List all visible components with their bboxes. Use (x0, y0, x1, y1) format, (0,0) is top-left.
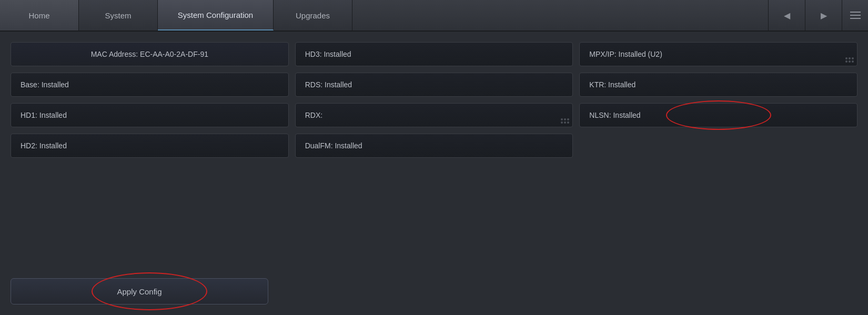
nlsn-box: NLSN: Installed (579, 103, 857, 127)
mac-address-label: MAC Address: EC-AA-A0-2A-DF-91 (91, 50, 208, 58)
nlsn-highlight-circle (666, 100, 771, 130)
column-2: HD3: Installed RDS: Installed RDX: DualF… (295, 42, 573, 304)
tab-system-label: System (105, 11, 131, 20)
rds-label: RDS: Installed (305, 80, 352, 89)
hd3-label: HD3: Installed (305, 50, 351, 58)
next-arrow-icon: ▶ (821, 11, 827, 21)
apply-config-label: Apply Config (117, 287, 162, 296)
apply-config-wrapper: Apply Config (11, 278, 289, 304)
mac-address-box: MAC Address: EC-AA-A0-2A-DF-91 (11, 42, 289, 66)
tab-upgrades-label: Upgrades (296, 11, 330, 20)
tab-system[interactable]: System (79, 0, 158, 31)
tab-upgrades[interactable]: Upgrades (274, 0, 352, 31)
dualfm-label: DualFM: Installed (305, 141, 362, 150)
rdx-box: RDX: (295, 103, 573, 127)
menu-button[interactable] (842, 0, 868, 31)
hd3-box: HD3: Installed (295, 42, 573, 66)
ktr-label: KTR: Installed (589, 80, 635, 89)
dualfm-box: DualFM: Installed (295, 134, 573, 158)
tab-home-label: Home (28, 11, 49, 20)
rdx-label: RDX: (305, 111, 322, 119)
base-box: Base: Installed (11, 73, 289, 97)
mpxip-box: MPX/IP: Installed (U2) (579, 42, 857, 66)
main-content: MAC Address: EC-AA-A0-2A-DF-91 Base: Ins… (0, 32, 868, 315)
tab-system-config-label: System Configuration (178, 11, 253, 19)
mpxip-drag-handle (845, 57, 854, 63)
hd1-box: HD1: Installed (11, 103, 289, 127)
col1-spacer (11, 164, 289, 272)
hd2-label: HD2: Installed (21, 141, 67, 150)
tab-home[interactable]: Home (0, 0, 79, 31)
mpxip-label: MPX/IP: Installed (U2) (589, 50, 662, 58)
nav-spacer (352, 0, 768, 31)
prev-button[interactable]: ◀ (768, 0, 805, 31)
rdx-drag-handle (561, 118, 569, 124)
ktr-box: KTR: Installed (579, 73, 857, 97)
column-1: MAC Address: EC-AA-A0-2A-DF-91 Base: Ins… (11, 42, 289, 304)
next-button[interactable]: ▶ (805, 0, 842, 31)
column-3: MPX/IP: Installed (U2) KTR: Installed NL… (579, 42, 857, 304)
prev-arrow-icon: ◀ (784, 11, 790, 21)
rds-box: RDS: Installed (295, 73, 573, 97)
nav-bar: Home System System Configuration Upgrade… (0, 0, 868, 32)
base-label: Base: Installed (21, 80, 69, 89)
hamburger-icon (850, 12, 861, 19)
tab-system-config[interactable]: System Configuration (158, 0, 274, 31)
grid-container: MAC Address: EC-AA-A0-2A-DF-91 Base: Ins… (11, 42, 857, 304)
apply-config-button[interactable]: Apply Config (11, 278, 268, 304)
hd1-label: HD1: Installed (21, 111, 67, 119)
nlsn-label: NLSN: Installed (589, 111, 640, 119)
hd2-box: HD2: Installed (11, 134, 289, 158)
